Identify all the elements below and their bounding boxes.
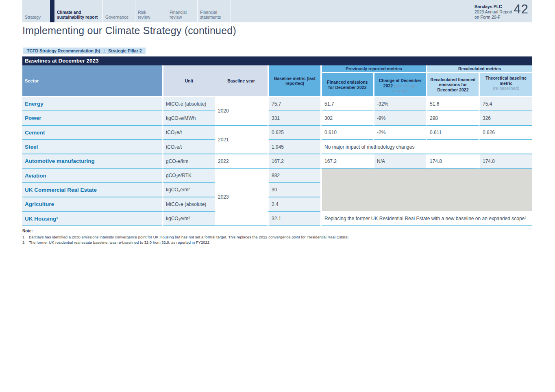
change-cell: N/A: [373, 154, 426, 169]
recalculated-emissions-cell: 51.6: [426, 97, 479, 111]
tab-strategy[interactable]: Strategy: [22, 0, 50, 22]
financed-emissions-cell: 51.7: [320, 97, 373, 111]
unit-cell: tCO₂e/t: [162, 140, 215, 154]
steel-note-cell: No major impact of methodology changes: [320, 140, 532, 154]
footnotes: Note: 1 Barclays has identified a 2030 e…: [22, 229, 470, 245]
active-tab-marker: [50, 0, 54, 22]
unit-cell: tCO₂e/t: [162, 126, 215, 140]
tab-label: Financial statements: [200, 10, 224, 19]
group-header-recalculated: Recalculated metrics: [426, 65, 532, 73]
baseline-metric-cell: 882: [268, 169, 320, 183]
col-header-unit: Unit: [162, 65, 215, 96]
change-cell: -32%: [373, 97, 426, 111]
tab-governance[interactable]: Governance: [103, 0, 135, 22]
change-cell: -9%: [373, 111, 426, 126]
top-navigation-bar: Strategy Climate and sustainability repo…: [22, 0, 532, 22]
change-cell: -2%: [373, 126, 426, 140]
brand-name: Barclays PLC: [474, 4, 512, 9]
report-title-line1: 2023 Annual Report: [474, 9, 512, 15]
baseline-metric-cell: 0.625: [268, 126, 320, 140]
tab-label: Strategy: [25, 15, 41, 20]
tab-climate-sustainability-report[interactable]: Climate and sustainability report: [54, 0, 103, 22]
sector-automotive: Automotive manufacturing: [22, 154, 162, 169]
theoretical-baseline-cell: 326: [479, 111, 532, 126]
baseline-metric-cell: 1.945: [268, 140, 320, 154]
unit-cell: gCO₂e/RTK: [162, 169, 215, 183]
sector-energy: Energy: [22, 97, 162, 111]
baselines-table: Baselines at December 2023 Sector Unit B…: [22, 56, 532, 226]
sector-power: Power: [22, 111, 162, 126]
report-page: Strategy Climate and sustainability repo…: [0, 0, 555, 392]
col-header-theoretical: Theoretical baseline metric(re-baselined…: [479, 73, 532, 96]
recalculated-emissions-cell: 298: [426, 111, 479, 126]
unit-cell: kgCO₂e/MWh: [162, 111, 215, 126]
financed-emissions-cell: 167.2: [320, 154, 373, 169]
col-header-financed-emissions: Financed emissions for December 2022: [320, 73, 373, 96]
table-title: Baselines at December 2023: [22, 56, 532, 65]
table-body: Energy Power Cement Steel Automotive man…: [22, 97, 532, 226]
sector-uk-housing: UK Housing¹: [22, 212, 162, 226]
tab-label: Financial review: [170, 10, 190, 19]
sector-cement: Cement: [22, 126, 162, 140]
baseline-year-2022: 2022: [215, 154, 268, 169]
no-data-gray-block: [320, 169, 532, 212]
unit-cell: gCO₂e/km: [162, 154, 215, 169]
tcfd-pillar-badge: TCFD Strategy Recommendation (b) Strateg…: [23, 48, 146, 54]
sector-aviation: Aviation: [22, 169, 162, 183]
tab-risk-review[interactable]: Risk review: [135, 0, 167, 22]
theoretical-baseline-cell: 174.8: [479, 154, 532, 169]
financed-emissions-cell: 0.610: [320, 126, 373, 140]
tab-label: Governance: [105, 15, 128, 20]
baseline-year-2021: 2021: [215, 126, 268, 155]
report-meta: Barclays PLC 2023 Annual Report on Form …: [474, 4, 512, 20]
tab-financial-statements[interactable]: Financial statements: [198, 0, 231, 22]
tab-label: Risk review: [138, 10, 155, 19]
sector-steel: Steel: [22, 140, 162, 154]
tcfd-tag: TCFD Strategy Recommendation (b): [23, 48, 104, 53]
recalculated-emissions-cell: 174.8: [426, 154, 479, 169]
uk-housing-note-cell: Replacing the former UK Residential Real…: [320, 212, 532, 226]
note-label: Note:: [22, 229, 470, 233]
col-header-baseline-year: Baseline year: [215, 65, 268, 96]
theoretical-baseline-cell: 0.626: [479, 126, 532, 140]
baseline-metric-cell: 2.4: [268, 197, 320, 212]
footnote-2: 2 The former UK residential real estate …: [22, 240, 470, 245]
baseline-metric-cell: 30: [268, 183, 320, 197]
sector-uk-commercial-real-estate: UK Commercial Real Estate: [22, 183, 162, 197]
tab-label: Climate and sustainability report: [57, 10, 100, 19]
unit-cell: MtCO₂e (absolute): [162, 97, 215, 111]
col-header-recalc-emissions: Recalculated financed emissions for Dece…: [426, 73, 479, 96]
baseline-metric-cell: 75.7: [268, 97, 320, 111]
report-title-line2: on Form 20-F: [474, 15, 512, 20]
col-header-sector: Sector: [22, 65, 162, 96]
page-title: Implementing our Climate Strategy (conti…: [22, 25, 236, 37]
theoretical-baseline-cell: 75.4: [479, 97, 532, 111]
recalculated-emissions-cell: 0.611: [426, 126, 479, 140]
group-header-previously-reported: Previously reported metrics: [320, 65, 426, 73]
unit-cell: kgCO₂e/m²: [162, 212, 215, 226]
baseline-metric-cell: 32.1: [268, 212, 320, 226]
col-header-change: Change at December 2022 (percentage chan…: [373, 73, 426, 96]
baseline-metric-cell: 167.2: [268, 154, 320, 169]
unit-cell: kgCO₂e/m²: [162, 183, 215, 197]
footnote-1: 1 Barclays has identified a 2030 emissio…: [22, 234, 470, 240]
pillar-tag: Strategic Pillar 2: [104, 48, 145, 53]
financed-emissions-cell: 302: [320, 111, 373, 126]
unit-cell: MtCO₂e (absolute): [162, 197, 215, 212]
baseline-metric-cell: 331: [268, 111, 320, 126]
baseline-year-2023: 2023: [215, 169, 268, 226]
page-number: 42: [514, 2, 529, 17]
sector-agriculture: Agriculture: [22, 197, 162, 212]
baseline-year-2020: 2020: [215, 97, 268, 126]
table-header: Sector Unit Baseline year Baseline metri…: [22, 65, 532, 96]
col-header-baseline-metric: Baseline metric (last reported): [268, 65, 320, 96]
tab-financial-review[interactable]: Financial review: [167, 0, 198, 22]
